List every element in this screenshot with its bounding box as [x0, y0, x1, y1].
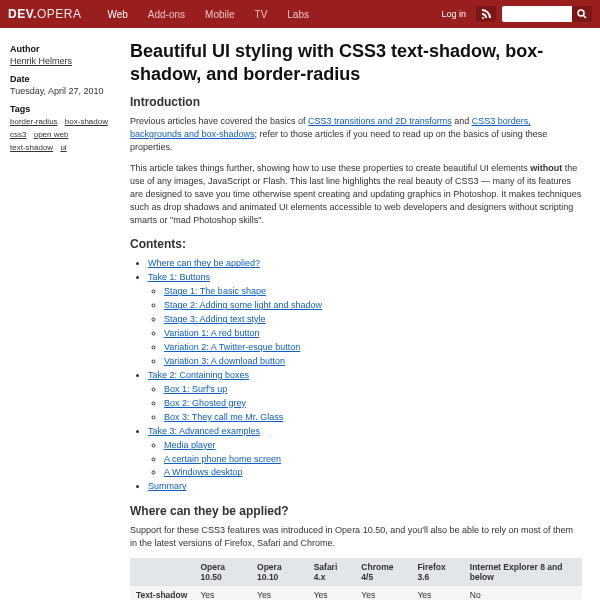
toc-link[interactable]: Stage 2: Adding some light and shadow	[164, 300, 322, 310]
table-row: Text-shadow Yes Yes Yes Yes Yes No	[130, 586, 582, 600]
nav-mobile[interactable]: Mobile	[195, 1, 244, 28]
primary-nav: Web Add-ons Mobile TV Labs	[97, 1, 319, 28]
where-paragraph: Support for these CSS3 features was intr…	[130, 524, 582, 550]
search-button[interactable]	[572, 6, 592, 22]
link-transitions[interactable]: CSS3 transitions and 2D transforms	[308, 116, 452, 126]
toc-link[interactable]: Variation 1: A red button	[164, 328, 259, 338]
toc-link[interactable]: Take 3: Advanced examples	[148, 426, 260, 436]
publish-date: Tuesday, April 27, 2010	[10, 86, 120, 96]
toc-link[interactable]: Stage 3: Adding text style	[164, 314, 266, 324]
table-of-contents: Where can they be applied? Take 1: Butto…	[148, 257, 582, 494]
author-label: Author	[10, 44, 120, 54]
tag-link[interactable]: css3	[10, 129, 26, 142]
search-icon	[577, 9, 587, 19]
brand-logo[interactable]: DEV.OPERA	[8, 7, 81, 21]
toc-link[interactable]: Take 1: Buttons	[148, 272, 210, 282]
toc-link[interactable]: Box 2: Ghosted grey	[164, 398, 246, 408]
toc-link[interactable]: Summary	[148, 481, 187, 491]
toc-link[interactable]: A certain phone home screen	[164, 454, 281, 464]
feed-icon	[481, 9, 491, 19]
tag-link[interactable]: open web	[34, 129, 69, 142]
toc-link[interactable]: Stage 1: The basic shape	[164, 286, 266, 296]
nav-web[interactable]: Web	[97, 1, 137, 28]
toc-link[interactable]: Box 1: Surf's up	[164, 384, 227, 394]
nav-addons[interactable]: Add-ons	[138, 1, 195, 28]
page-title: Beautiful UI styling with CSS3 text-shad…	[130, 40, 582, 85]
section-introduction: Introduction	[130, 95, 582, 109]
search-input[interactable]	[502, 6, 572, 22]
tag-link[interactable]: ui	[60, 142, 66, 155]
intro-paragraph-2: This article takes things further, showi…	[130, 162, 582, 227]
toc-link[interactable]: Media player	[164, 440, 216, 450]
section-where-applied: Where can they be applied?	[130, 504, 582, 518]
top-header: DEV.OPERA Web Add-ons Mobile TV Labs Log…	[0, 0, 600, 28]
section-contents: Contents:	[130, 237, 582, 251]
nav-tv[interactable]: TV	[245, 1, 278, 28]
tag-link[interactable]: text-shadow	[10, 142, 53, 155]
tags-label: Tags	[10, 104, 120, 114]
toc-link[interactable]: Take 2: Containing boxes	[148, 370, 249, 380]
date-label: Date	[10, 74, 120, 84]
toc-link[interactable]: Variation 3: A download button	[164, 356, 285, 366]
tag-link[interactable]: box-shadow	[65, 116, 108, 129]
nav-labs[interactable]: Labs	[277, 1, 319, 28]
toc-link[interactable]: Where can they be applied?	[148, 258, 260, 268]
svg-line-1	[583, 15, 586, 18]
toc-link[interactable]: Variation 2: A Twitter-esque button	[164, 342, 300, 352]
login-link[interactable]: Log in	[441, 9, 466, 19]
tag-list: border-radius box-shadow css3 open web t…	[10, 116, 120, 154]
table-header-row: Opera 10.50 Opera 10.10 Safari 4.x Chrom…	[130, 558, 582, 586]
article-body: Beautiful UI styling with CSS3 text-shad…	[130, 40, 590, 600]
article-meta-sidebar: Author Henrik Helmers Date Tuesday, Apri…	[10, 40, 130, 600]
support-table: Opera 10.50 Opera 10.10 Safari 4.x Chrom…	[130, 558, 582, 600]
toc-link[interactable]: A Windows desktop	[164, 467, 243, 477]
feed-button[interactable]	[476, 6, 496, 22]
svg-point-0	[578, 10, 584, 16]
toc-link[interactable]: Box 3: They call me Mr. Glass	[164, 412, 283, 422]
author-link[interactable]: Henrik Helmers	[10, 56, 120, 66]
search-form	[502, 6, 592, 22]
tag-link[interactable]: border-radius	[10, 116, 58, 129]
intro-paragraph-1: Previous articles have covered the basic…	[130, 115, 582, 154]
